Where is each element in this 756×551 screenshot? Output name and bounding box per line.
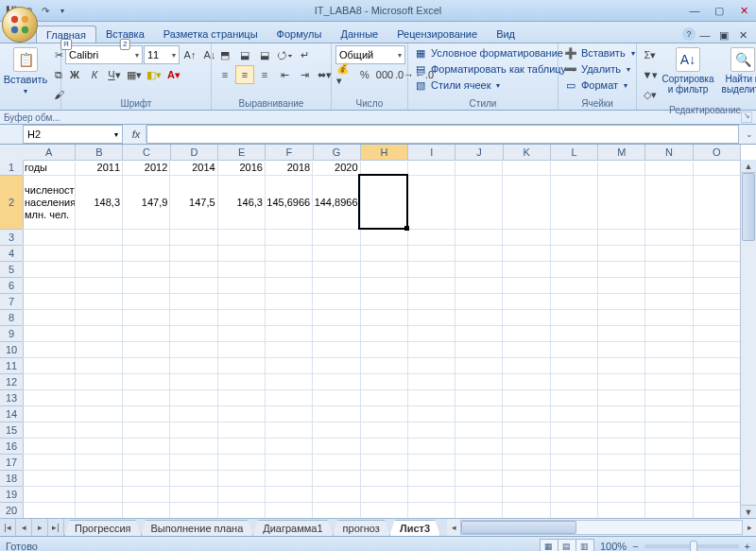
row-header-1[interactable]: 1 bbox=[0, 160, 23, 176]
cell-G7[interactable] bbox=[313, 294, 360, 309]
cell-L20[interactable] bbox=[551, 503, 598, 518]
cell-N7[interactable] bbox=[645, 294, 693, 309]
align-bottom-button[interactable]: ⬓ bbox=[255, 45, 274, 64]
cell-G19[interactable] bbox=[313, 487, 360, 502]
cell-F15[interactable] bbox=[266, 422, 313, 438]
column-header-C[interactable]: C bbox=[123, 145, 170, 160]
autosum-button[interactable]: Σ▾ bbox=[641, 45, 660, 64]
sheet-last-button[interactable]: ▸| bbox=[48, 519, 64, 536]
cell-N4[interactable] bbox=[645, 246, 693, 261]
cell-C11[interactable] bbox=[123, 358, 170, 373]
cell-E13[interactable] bbox=[218, 390, 266, 405]
cell-F7[interactable] bbox=[266, 294, 313, 309]
cell-E2[interactable]: 146,3 bbox=[218, 176, 266, 229]
ribbon-tab-Данные[interactable]: Данные bbox=[331, 26, 387, 43]
cell-C17[interactable] bbox=[123, 455, 170, 470]
cell-N15[interactable] bbox=[645, 422, 693, 438]
cell-B5[interactable] bbox=[76, 262, 123, 277]
decrease-indent-button[interactable]: ⇤ bbox=[275, 65, 294, 84]
cell-K2[interactable] bbox=[503, 176, 550, 229]
cell-I3[interactable] bbox=[408, 230, 455, 245]
row-header-9[interactable]: 9 bbox=[0, 326, 23, 342]
cell-H17[interactable] bbox=[361, 455, 408, 470]
cell-D10[interactable] bbox=[170, 342, 217, 357]
increase-font-button[interactable]: A↑ bbox=[180, 45, 199, 64]
cell-G3[interactable] bbox=[313, 230, 360, 245]
cell-H4[interactable] bbox=[361, 246, 408, 261]
zoom-in-button[interactable]: + bbox=[745, 541, 750, 551]
ribbon-tab-Рецензирование[interactable]: Рецензирование bbox=[387, 26, 487, 43]
column-header-M[interactable]: M bbox=[598, 145, 645, 160]
cell-K15[interactable] bbox=[503, 422, 550, 438]
cell-E3[interactable] bbox=[218, 230, 266, 245]
cell-G12[interactable] bbox=[313, 374, 360, 389]
cell-D5[interactable] bbox=[170, 262, 217, 277]
cell-M17[interactable] bbox=[598, 455, 645, 470]
cell-L14[interactable] bbox=[551, 406, 598, 422]
cell-J9[interactable] bbox=[455, 326, 503, 341]
office-button[interactable] bbox=[2, 7, 38, 43]
cell-A3[interactable] bbox=[23, 230, 76, 245]
cell-B2[interactable]: 148,3 bbox=[76, 176, 123, 229]
cell-F8[interactable] bbox=[266, 310, 313, 325]
cell-C18[interactable] bbox=[123, 471, 170, 486]
sheet-first-button[interactable]: |◂ bbox=[0, 519, 16, 536]
number-format-dropdown[interactable]: Общий▾ bbox=[335, 45, 405, 64]
cell-F13[interactable] bbox=[266, 390, 313, 405]
column-header-D[interactable]: D bbox=[171, 145, 218, 160]
cell-L12[interactable] bbox=[551, 374, 598, 389]
ribbon-tab-Вставка[interactable]: Вставка2 bbox=[96, 26, 154, 43]
cell-D6[interactable] bbox=[170, 278, 217, 293]
cell-A16[interactable] bbox=[23, 439, 76, 454]
cell-E17[interactable] bbox=[218, 455, 266, 470]
clear-button[interactable]: ◇▾ bbox=[641, 85, 660, 104]
cell-F12[interactable] bbox=[266, 374, 313, 389]
cell-O11[interactable] bbox=[694, 358, 741, 373]
format-as-table-button[interactable]: ▤Форматировать как таблицу▾ bbox=[412, 61, 577, 77]
cell-A6[interactable] bbox=[23, 278, 76, 293]
cell-J10[interactable] bbox=[455, 342, 503, 357]
name-box[interactable]: H2▾ bbox=[23, 125, 123, 144]
cell-F17[interactable] bbox=[266, 455, 313, 470]
cell-G13[interactable] bbox=[313, 390, 360, 405]
cell-H10[interactable] bbox=[361, 342, 408, 357]
increase-indent-button[interactable]: ⇥ bbox=[295, 65, 314, 84]
cell-M19[interactable] bbox=[598, 487, 645, 502]
comma-button[interactable]: 000 bbox=[375, 65, 394, 84]
cell-E19[interactable] bbox=[218, 487, 266, 502]
cell-B4[interactable] bbox=[76, 246, 123, 261]
cell-J17[interactable] bbox=[455, 455, 503, 470]
cell-G10[interactable] bbox=[313, 342, 360, 357]
cell-E14[interactable] bbox=[218, 406, 266, 422]
cell-O10[interactable] bbox=[694, 342, 741, 357]
cell-N10[interactable] bbox=[645, 342, 693, 357]
sort-filter-button[interactable]: A↓Сортировка и фильтр bbox=[662, 45, 714, 96]
cell-H1[interactable] bbox=[361, 160, 408, 175]
cell-I19[interactable] bbox=[408, 487, 455, 502]
cell-E18[interactable] bbox=[218, 471, 266, 486]
cell-E5[interactable] bbox=[218, 262, 266, 277]
cell-H3[interactable] bbox=[361, 230, 408, 245]
cell-N20[interactable] bbox=[645, 503, 693, 518]
border-button[interactable]: ▦▾ bbox=[125, 65, 144, 84]
cell-G4[interactable] bbox=[313, 246, 360, 261]
cell-J2[interactable] bbox=[455, 176, 503, 229]
cell-styles-button[interactable]: ▧Стили ячеек▾ bbox=[412, 77, 502, 93]
cell-O6[interactable] bbox=[694, 278, 741, 293]
cell-M16[interactable] bbox=[598, 439, 645, 454]
hscroll-thumb[interactable] bbox=[461, 521, 576, 534]
cell-G11[interactable] bbox=[313, 358, 360, 373]
cell-L9[interactable] bbox=[551, 326, 598, 341]
cell-O5[interactable] bbox=[694, 262, 741, 277]
cell-N9[interactable] bbox=[645, 326, 693, 341]
zoom-value[interactable]: 100% bbox=[600, 541, 627, 551]
cell-C16[interactable] bbox=[123, 439, 170, 454]
cell-I4[interactable] bbox=[408, 246, 455, 261]
cell-G9[interactable] bbox=[313, 326, 360, 341]
cell-C15[interactable] bbox=[123, 422, 170, 438]
cell-F5[interactable] bbox=[266, 262, 313, 277]
fx-button[interactable]: fx bbox=[127, 126, 146, 143]
cell-K18[interactable] bbox=[503, 471, 550, 486]
cell-G20[interactable] bbox=[313, 503, 360, 518]
cell-M15[interactable] bbox=[598, 422, 645, 438]
